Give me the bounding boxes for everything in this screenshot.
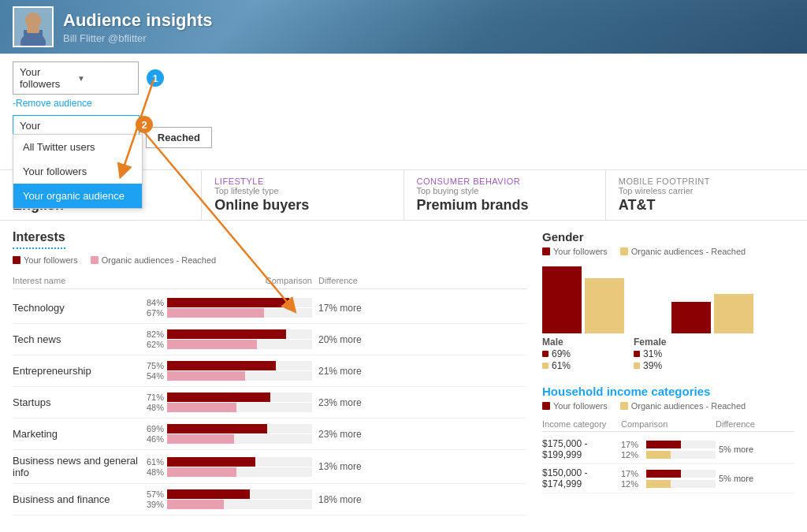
header-title: Audience insights Bill Flitter @bflitter: [63, 10, 212, 44]
gender-label-row: Male 69% 61% Female 31%: [542, 337, 794, 372]
bar-pct2-4: 46%: [139, 434, 164, 444]
bar-fill2-0: [167, 308, 264, 318]
gender-section: Gender Your followers Organic audiences …: [542, 230, 794, 372]
income-diff-175: 5% more: [716, 445, 794, 454]
gender-female-pct2-val: 39%: [643, 360, 662, 371]
legend-label-organic: Organic audiences - Reached: [102, 255, 217, 265]
svg-point-4: [25, 13, 41, 28]
interest-table-header: Interest name Comparison Difference: [13, 273, 526, 289]
bar-fill1-3: [167, 392, 270, 402]
bar-pct2-0: 67%: [139, 308, 164, 318]
income-pct1-175: 17%: [621, 440, 643, 449]
bar-pct1-0: 84%: [139, 298, 164, 307]
right-panel: Gender Your followers Organic audiences …: [542, 230, 794, 532]
bar-fill1-2: [167, 361, 276, 370]
audience-dropdown[interactable]: Your followers ▼: [13, 61, 139, 95]
gender-label-spacer: [586, 337, 618, 372]
interest-row: Marketing 69% 46% 23% more: [13, 419, 526, 450]
gender-legend-label-organic: Organic audiences - Reached: [631, 247, 746, 256]
interest-diff-6: 18% more: [312, 494, 526, 505]
reached-tab[interactable]: Reached: [146, 127, 212, 148]
bar-pct1-5: 61%: [139, 457, 164, 467]
stat-lifestyle: LIFESTYLE Top lifestyle type Online buye…: [202, 170, 404, 220]
interest-row: Startups 71% 48% 23% more: [13, 387, 526, 419]
page-title: Audience insights: [63, 10, 212, 31]
income-pct2-175: 12%: [621, 450, 643, 459]
dropdown-item-organic[interactable]: Your organic audience: [13, 184, 142, 208]
income-title: Household income categories: [542, 385, 794, 398]
legend-dot-organic: [91, 256, 99, 264]
income-bar-fill1-175: [646, 441, 681, 448]
income-legend-organic: Organic audiences - Reached: [620, 401, 746, 411]
interest-row: Entrepreneurship 75% 54% 21% more: [13, 355, 526, 387]
legend-followers: Your followers: [13, 255, 78, 265]
interest-rows: Technology 84% 67% 17% more Tech news: [13, 292, 526, 515]
gender-male-bar-followers: [542, 266, 582, 333]
interest-name-6: Business and finance: [13, 493, 139, 505]
bar-pct1-3: 71%: [139, 392, 164, 402]
income-section: Household income categories Your followe…: [542, 385, 794, 493]
gender-male-pct2-val: 61%: [552, 360, 571, 371]
col-comparison-header: Comparison: [139, 276, 312, 285]
gender-female-pct1-val: 31%: [643, 348, 662, 359]
income-bars-175: 17% 12%: [621, 439, 716, 460]
svg-rect-5: [27, 27, 39, 33]
stat-mobile: MOBILE FOOTPRINT Top wireless carrier AT…: [606, 170, 807, 220]
legend-organic: Organic audiences - Reached: [91, 255, 217, 265]
bar-fill1-5: [167, 457, 255, 467]
gender-female-bar-followers: [671, 302, 711, 333]
dropdown-item-all[interactable]: All Twitter users: [13, 135, 142, 159]
interests-panel: Interests Your followers Organic audienc…: [13, 230, 526, 532]
gender-female-bars: [671, 294, 753, 333]
income-row-150: $150,000 -$174,999 17% 12%: [542, 464, 794, 493]
gender-male-bars: [542, 266, 624, 333]
bar-fill1-1: [167, 329, 286, 339]
interest-bars-4: 69% 46%: [139, 423, 312, 445]
toolbar: Your followers ▼ 1: [0, 54, 807, 98]
gender-male-pct1-val: 69%: [552, 348, 571, 359]
bar-pct1-4: 69%: [139, 424, 164, 433]
interest-name-2: Entrepreneurship: [13, 365, 139, 377]
chevron-down-icon: ▼: [77, 74, 132, 83]
interest-bars-3: 71% 48%: [139, 392, 312, 413]
interest-name-3: Startups: [13, 396, 139, 408]
interest-name-0: Technology: [13, 302, 139, 314]
interest-bars-2: 75% 54%: [139, 360, 312, 381]
gender-male-col: Male 69% 61%: [542, 337, 571, 372]
gender-female-bar-organic: [714, 294, 753, 333]
income-cat-175: $175,000 -$199,999: [542, 438, 621, 460]
gender-female-pct1: 31%: [634, 348, 666, 359]
bar-pct2-3: 48%: [139, 403, 164, 412]
interest-bars-1: 82% 62%: [139, 329, 312, 350]
income-diff-150: 5% more: [716, 474, 794, 483]
remove-audience-link[interactable]: -Remove audience: [13, 98, 807, 109]
badge-2: 2: [136, 116, 153, 133]
gender-male-pct1: 69%: [542, 348, 571, 359]
interest-bars-5: 61% 48%: [139, 456, 312, 478]
bar-fill2-5: [167, 467, 236, 477]
income-legend-followers: Your followers: [542, 401, 608, 411]
gender-female-pct2: 39%: [634, 360, 666, 371]
dropdown-item-followers[interactable]: Your followers: [13, 159, 142, 184]
dot-female-organic: [634, 363, 640, 369]
income-bars-150: 17% 12%: [621, 468, 716, 489]
income-row-175: $175,000 -$199,999 17% 12%: [542, 435, 794, 464]
interest-bars-0: 84% 67%: [139, 297, 312, 318]
dot-female-followers: [634, 351, 640, 357]
interest-name-4: Marketing: [13, 428, 139, 440]
income-col-diff-header: Difference: [716, 419, 794, 429]
secondary-toolbar: Your organic audience ▼ Reached 2 All Tw…: [0, 112, 807, 163]
legend-dot-gender-followers: [542, 247, 550, 255]
bar-pct2-6: 39%: [139, 500, 164, 509]
income-pct2-150: 12%: [621, 479, 643, 489]
legend-label-followers: Your followers: [24, 255, 78, 265]
bar-fill2-2: [167, 371, 245, 381]
bar-pct2-2: 54%: [139, 371, 164, 381]
bar-fill1-6: [167, 489, 250, 499]
gender-female-col: Female 31% 39%: [634, 337, 666, 372]
user-handle: @bflitter: [108, 32, 147, 44]
interests-legend: Your followers Organic audiences - Reach…: [13, 255, 526, 265]
gender-female-label: Female: [634, 337, 666, 348]
interest-diff-1: 20% more: [312, 334, 526, 345]
income-legend-label-followers: Your followers: [553, 401, 608, 411]
